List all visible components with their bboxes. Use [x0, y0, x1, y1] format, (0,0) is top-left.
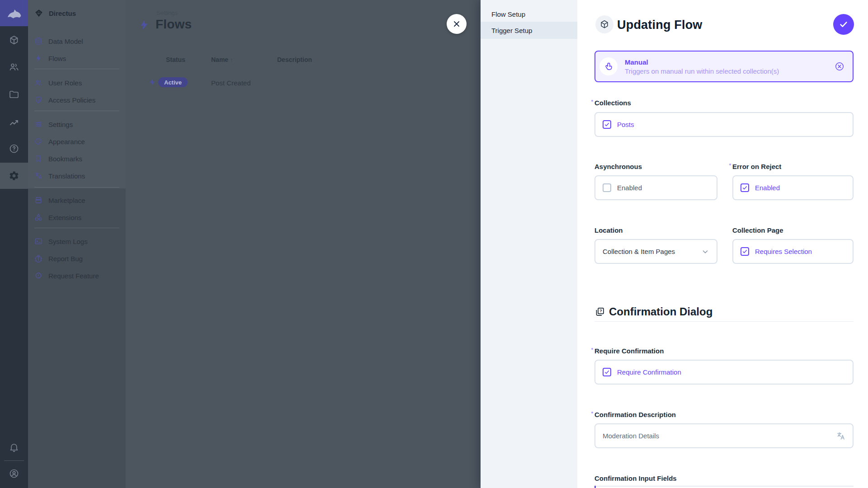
project-name: Directus — [49, 9, 76, 17]
checkbox-require-confirmation[interactable] — [603, 368, 611, 376]
input-value: Moderation Details — [603, 432, 830, 440]
sidebar-item-label: System Logs — [48, 238, 88, 245]
sidebar-divider — [34, 111, 119, 111]
drawer-panel: Updating Flow Manual Triggers on manual … — [577, 0, 868, 488]
sidebar-item-label: Flows — [48, 55, 66, 62]
close-drawer-button[interactable] — [447, 14, 467, 34]
column-header-name[interactable]: Name↑ — [211, 56, 233, 63]
help-icon — [9, 143, 19, 154]
chart-icon — [9, 117, 19, 128]
close-icon — [452, 19, 461, 28]
users-icon — [34, 79, 42, 87]
sidebar-item-request-feature[interactable]: Request Feature — [28, 267, 126, 284]
column-header-status[interactable]: Status — [166, 56, 185, 63]
bolt-icon — [34, 54, 42, 62]
sidebar-item-label: Settings — [48, 121, 73, 128]
sidebar-item-flows[interactable]: Flows — [28, 50, 126, 67]
drawer-nav-item-trigger-setup[interactable]: Trigger Setup — [481, 22, 577, 39]
row-name: Post Created — [211, 79, 251, 87]
checkbox-error-on-reject[interactable] — [741, 183, 749, 192]
docs-module-button[interactable] — [0, 139, 28, 159]
bell-icon — [9, 442, 19, 453]
sidebar-item-label: Access Policies — [48, 96, 95, 104]
shield-icon — [34, 96, 42, 104]
sidebar-item-settings[interactable]: Settings — [28, 116, 126, 133]
sidebar-item-report-bug[interactable]: Report Bug — [28, 250, 126, 267]
checkbox-requires-selection[interactable] — [741, 247, 749, 256]
sidebar-divider — [34, 187, 119, 188]
sidebar-item-label: Report Bug — [48, 255, 83, 263]
error-on-reject-field: Enabled — [732, 175, 854, 200]
page-title: Flows — [156, 17, 192, 32]
palette-icon — [34, 137, 42, 145]
remove-trigger-button[interactable] — [835, 61, 844, 71]
location-select[interactable]: Collection & Item Pages — [594, 239, 717, 264]
sidebar-item-user-roles[interactable]: User Roles — [28, 74, 126, 91]
confirmation-description-label: Confirmation Description — [594, 411, 676, 418]
main-content: Settings Flows Status Name↑ Description … — [126, 0, 481, 488]
checkbox-label: Require Confirmation — [617, 368, 681, 376]
column-header-description[interactable]: Description — [277, 56, 312, 63]
touch-icon — [604, 61, 613, 71]
confirmation-input-fields-label: Confirmation Input Fields — [594, 474, 677, 482]
translate-icon — [34, 172, 42, 180]
star-icon — [34, 272, 42, 280]
flow-icon-circle — [595, 15, 613, 33]
settings-module-button[interactable] — [0, 166, 28, 186]
avatar-icon — [9, 468, 19, 479]
sidebar-item-translations[interactable]: Translations — [28, 167, 126, 184]
category-icon — [34, 213, 42, 221]
project-header[interactable]: Directus — [28, 0, 126, 26]
trigger-type-card[interactable]: Manual Triggers on manual run within sel… — [594, 51, 854, 82]
trigger-card-subtitle: Triggers on manual run within selected c… — [625, 67, 827, 75]
check-icon — [604, 122, 610, 127]
sort-icon: ↑ — [230, 57, 233, 63]
bookmark-icon — [34, 155, 42, 163]
confirmation-description-input[interactable]: Moderation Details — [594, 423, 854, 448]
sidebar-item-access-policies[interactable]: Access Policies — [28, 91, 126, 108]
sidebar-item-label: Translations — [48, 172, 85, 180]
content-module-button[interactable] — [0, 30, 28, 50]
save-button[interactable] — [833, 14, 854, 35]
sidebar: Directus Data Model Flows User Roles Acc… — [28, 0, 126, 488]
translate-icon[interactable] — [836, 432, 845, 441]
directus-logo[interactable] — [0, 0, 28, 26]
folder-icon — [9, 89, 19, 100]
touch-icon-circle — [599, 57, 618, 75]
dialog-icon: ? — [594, 306, 605, 317]
sidebar-item-label: Request Feature — [48, 272, 99, 280]
breadcrumb[interactable]: Settings — [156, 9, 178, 16]
sidebar-item-appearance[interactable]: Appearance — [28, 133, 126, 150]
sliders-icon — [34, 120, 42, 128]
error-on-reject-label: Error on Reject — [732, 163, 781, 170]
sidebar-item-label: User Roles — [48, 79, 82, 87]
drawer-nav-item-flow-setup[interactable]: Flow Setup — [481, 5, 577, 23]
files-module-button[interactable] — [0, 84, 28, 104]
checkbox-label: Posts — [617, 121, 634, 128]
user-menu-button[interactable] — [0, 464, 28, 483]
insights-module-button[interactable] — [0, 113, 28, 132]
section-divider — [594, 321, 854, 322]
sidebar-item-label: Appearance — [48, 138, 85, 145]
trigger-card-texts: Manual Triggers on manual run within sel… — [625, 58, 827, 75]
sidebar-item-bookmarks[interactable]: Bookmarks — [28, 150, 126, 167]
modbar-divider — [4, 460, 24, 461]
sidebar-item-system-logs[interactable]: System Logs — [28, 233, 126, 250]
checkbox-posts[interactable] — [603, 120, 611, 129]
sidebar-item-extensions[interactable]: Extensions — [28, 209, 126, 226]
database-icon — [34, 37, 42, 45]
checkbox-label: Requires Selection — [755, 248, 812, 255]
collection-page-field: Requires Selection — [732, 239, 854, 264]
drawer-nav: Flow Setup Trigger Setup — [481, 0, 577, 488]
users-module-button[interactable] — [0, 57, 28, 77]
checkbox-asynchronous[interactable] — [603, 183, 611, 192]
check-icon — [742, 185, 748, 191]
terminal-icon — [34, 237, 42, 245]
sidebar-item-marketplace[interactable]: Marketplace — [28, 192, 126, 209]
list-item-partial — [594, 486, 854, 488]
notifications-button[interactable] — [0, 437, 28, 457]
trigger-card-title: Manual — [625, 58, 827, 66]
require-confirmation-label: Require Confirmation — [594, 347, 664, 355]
sidebar-item-data-model[interactable]: Data Model — [28, 33, 126, 50]
box-icon — [599, 19, 609, 29]
